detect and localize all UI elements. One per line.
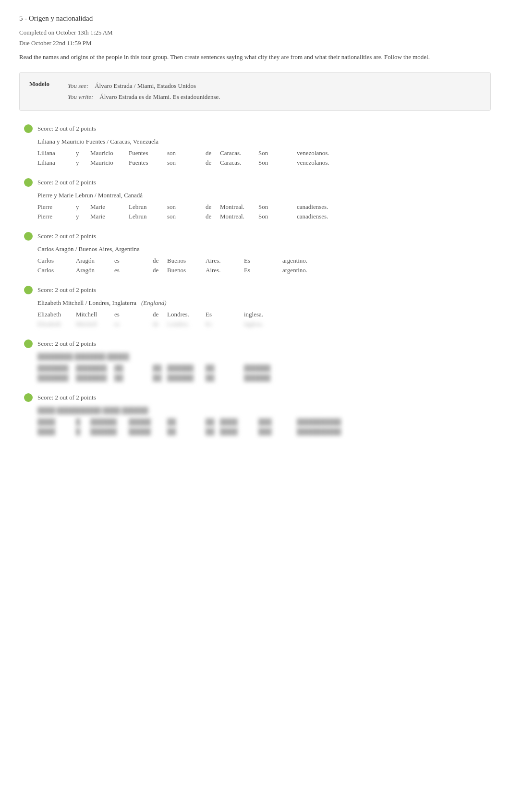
question-prompt-1: Liliana y Mauricio Fuentes / Caracas, Ve… (37, 138, 491, 145)
score-text-3: Score: 2 out of 2 points (37, 232, 96, 240)
score-dot-3 (24, 232, 33, 241)
score-dot-2 (24, 178, 33, 187)
score-text-2: Score: 2 out of 2 points (37, 179, 96, 186)
score-dot-1 (24, 124, 33, 133)
score-dot-4 (24, 286, 33, 294)
answer-display-row-3: Carlos Aragón es de Buenos Aires. Es arg… (37, 257, 491, 265)
question-5: Score: 2 out of 2 points ████████ ██████… (19, 339, 491, 382)
you-write-value: Álvaro Estrada es de Miami. Es estadouni… (99, 93, 220, 100)
score-text-5: Score: 2 out of 2 points (37, 340, 96, 348)
question-prompt-5: ████████ ███████ █████ (37, 353, 491, 361)
question-6: Score: 2 out of 2 points ████ ██████████… (19, 393, 491, 436)
you-see-label: You see: (68, 82, 88, 89)
score-dot-6 (24, 393, 33, 402)
prompt-note-4: (England) (141, 299, 167, 306)
due-date: Due October 22nd 11:59 PM (19, 38, 491, 48)
answer-correct-row-3: Carlos Aragón es de Buenos Aires. Es arg… (37, 267, 491, 274)
modelo-label: Modelo (29, 80, 58, 88)
score-dot-5 (24, 339, 33, 348)
answer-display-row-4: Elizabeth Mitchell es de Londres. Es ing… (37, 311, 491, 318)
question-1: Score: 2 out of 2 points Liliana y Mauri… (19, 124, 491, 167)
answer-display-row-6a: ████ █ ██████ █████ ██ ██ ████ ███ █████… (37, 418, 491, 426)
answer-display-row-5b: ███████ ███████ ██ ██ ██████ ██ ██████ (37, 374, 491, 382)
modelo-box: Modelo You see: Álvaro Estrada / Miami, … (19, 72, 491, 111)
answer-blurred-row-4: Elizabeth Mitchell es de Londres. Es ing… (37, 320, 491, 328)
page-title: 5 - Origen y nacionalidad (19, 14, 491, 23)
score-text-1: Score: 2 out of 2 points (37, 125, 96, 133)
question-prompt-3: Carlos Aragón / Buenos Aires, Argentina (37, 245, 491, 253)
answer-display-row-6b: ████ █ ██████ █████ ██ ██ ████ ███ █████… (37, 428, 491, 436)
score-text-6: Score: 2 out of 2 points (37, 394, 96, 401)
you-see-value: Álvaro Estrada / Miami, Estados Unidos (95, 82, 196, 89)
completed-date: Completed on October 13th 1:25 AM (19, 27, 491, 38)
instructions-text: Read the names and origins of the people… (19, 52, 491, 62)
question-prompt-6: ████ ██████████ ████ ██████ (37, 407, 491, 414)
answer-correct-row-2: Pierre y Marie Lebrun son de Montreal. S… (37, 213, 491, 220)
question-prompt-4: Elizabeth Mitchell / Londres, Inglaterra… (37, 299, 491, 307)
answer-display-row-1: Liliana y Mauricio Fuentes son de Caraca… (37, 149, 491, 157)
question-prompt-2: Pierre y Marie Lebrun / Montreal, Canadá (37, 192, 491, 199)
question-2: Score: 2 out of 2 points Pierre y Marie … (19, 178, 491, 220)
answer-correct-row-1: Liliana y Mauricio Fuentes son de Caraca… (37, 159, 491, 167)
question-3: Score: 2 out of 2 points Carlos Aragón /… (19, 232, 491, 274)
modelo-content: You see: Álvaro Estrada / Miami, Estados… (68, 80, 220, 103)
answer-display-row-5a: ███████ ███████ ██ ██ ██████ ██ ██████ (37, 364, 491, 372)
question-4: Score: 2 out of 2 points Elizabeth Mitch… (19, 286, 491, 328)
you-write-label: You write: (68, 93, 93, 100)
answer-display-row-2: Pierre y Marie Lebrun son de Montreal. S… (37, 203, 491, 211)
score-text-4: Score: 2 out of 2 points (37, 286, 96, 294)
